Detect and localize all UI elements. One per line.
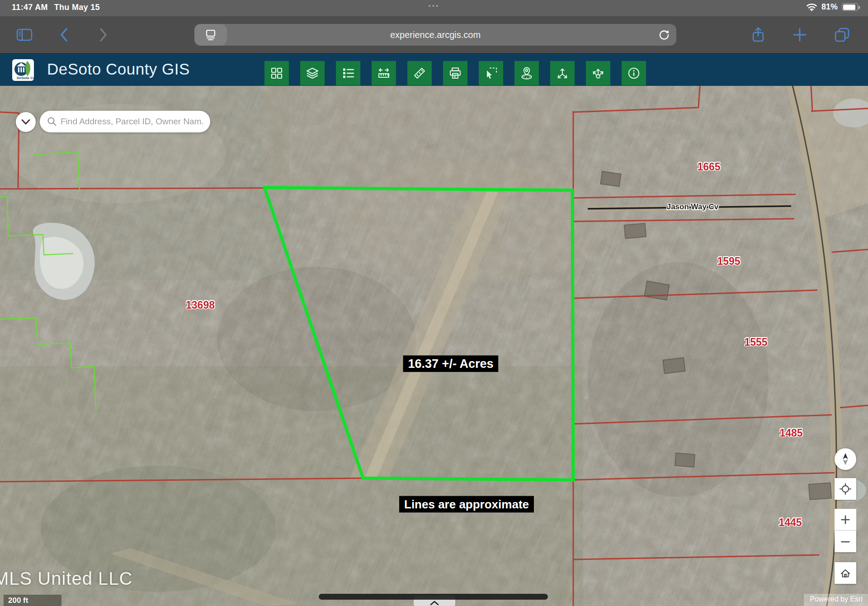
- refresh-button[interactable]: [658, 24, 670, 46]
- chevron-up-icon: [429, 600, 440, 606]
- apps-grid-icon: [270, 66, 283, 80]
- refresh-icon: [658, 29, 670, 41]
- toolbar-button-apps[interactable]: [264, 61, 289, 85]
- parcel-label: 1595: [717, 255, 740, 268]
- toolbar-button-print[interactable]: [443, 61, 467, 85]
- search-box[interactable]: [40, 111, 210, 132]
- compass-button[interactable]: [835, 448, 856, 470]
- north-arrow-icon: [838, 451, 853, 467]
- multitasking-dots[interactable]: •••: [429, 2, 440, 9]
- zoom-in-button[interactable]: [835, 509, 856, 531]
- new-tab-button[interactable]: [792, 16, 807, 53]
- toolbar-button-measure-distance[interactable]: [372, 61, 396, 85]
- battery-percent: 81%: [821, 2, 838, 12]
- forward-icon: [99, 28, 108, 42]
- watermark: MLS United LLC: [0, 568, 132, 589]
- url-text: experience.arcgis.com: [194, 24, 676, 46]
- desoto-county-logo: DeSoto County: [12, 59, 34, 81]
- toolbar-button-legend[interactable]: [336, 61, 360, 85]
- browser-toolbar: experience.arcgis.com: [0, 16, 868, 53]
- home-button[interactable]: [835, 562, 856, 584]
- minus-icon: [838, 534, 853, 550]
- parcel-label: 13698: [186, 299, 215, 311]
- legend-icon: [341, 66, 355, 80]
- search-icon: [47, 117, 57, 127]
- toolbar-button-share-app[interactable]: [586, 61, 610, 85]
- back-icon: [60, 28, 69, 42]
- new-tab-icon: [792, 27, 807, 42]
- toolbar-button-info[interactable]: [622, 61, 646, 85]
- parcel-label: 1665: [697, 161, 720, 173]
- coordinates-icon: [556, 66, 569, 80]
- toolbar-button-measurement[interactable]: [407, 61, 432, 85]
- near-me-icon: [520, 66, 533, 80]
- parcel-label: 1555: [744, 336, 767, 348]
- app-header: DeSoto County DeSoto County GIS: [0, 53, 868, 86]
- parcel-label: 1485: [779, 427, 802, 439]
- search-input[interactable]: [61, 117, 203, 127]
- forward-button[interactable]: [99, 16, 108, 53]
- back-button[interactable]: [60, 16, 69, 53]
- scale-text: 200 ft: [8, 596, 28, 605]
- aerial-imagery: [0, 86, 868, 606]
- share-app-icon: [591, 66, 605, 80]
- select-icon: [484, 66, 498, 80]
- locate-button[interactable]: [835, 478, 856, 500]
- toolbar-button-coordinates[interactable]: [550, 61, 575, 85]
- battery-icon: [842, 3, 858, 11]
- tabs-icon: [834, 27, 851, 43]
- bottom-panel-handle[interactable]: [319, 594, 548, 600]
- home-icon: [838, 565, 853, 581]
- share-icon: [751, 27, 765, 43]
- info-icon: [627, 66, 641, 80]
- measurement-icon: [413, 66, 426, 80]
- plus-icon: [838, 512, 853, 527]
- attribution: Powered by Esri: [804, 594, 868, 606]
- acreage-annotation: 16.37 +/- Acres: [403, 356, 499, 372]
- clock: 11:47 AM: [12, 3, 48, 12]
- sidebar-icon: [16, 28, 33, 42]
- date: Thu May 15: [54, 3, 100, 12]
- search-collapse-button[interactable]: [16, 112, 36, 132]
- gis-toolbar: [264, 61, 646, 85]
- print-icon: [448, 66, 462, 80]
- address-bar[interactable]: experience.arcgis.com: [194, 24, 676, 46]
- status-bar: 11:47 AMThu May 15 ••• 81%: [0, 0, 868, 16]
- zoom-out-button[interactable]: [835, 531, 856, 552]
- toolbar-button-layers[interactable]: [300, 61, 325, 85]
- tabs-button[interactable]: [834, 16, 851, 53]
- map-canvas[interactable]: 13698 1665 1595 1555 1485 1445 Jason Way…: [0, 86, 868, 606]
- disclaimer-annotation: Lines are approximate: [399, 496, 534, 513]
- road-label: Jason Way Cv: [667, 202, 719, 211]
- measure-distance-icon: [377, 66, 391, 80]
- app-title: DeSoto County GIS: [47, 60, 190, 78]
- parcel-label: 1445: [778, 517, 802, 529]
- ipad-screen: 11:47 AMThu May 15 ••• 81%: [0, 0, 868, 606]
- share-button[interactable]: [751, 16, 765, 53]
- locate-icon: [838, 481, 853, 497]
- chevron-down-icon: [21, 119, 31, 125]
- toolbar-button-select[interactable]: [479, 61, 503, 85]
- sidebar-button[interactable]: [16, 16, 33, 53]
- toolbar-button-near-me[interactable]: [514, 61, 539, 85]
- scale-bar: 200 ft: [4, 595, 61, 606]
- wifi-icon: [806, 3, 817, 11]
- status-time-date: 11:47 AMThu May 15: [12, 3, 100, 12]
- layers-icon: [306, 66, 319, 80]
- logo-text: DeSoto County: [17, 76, 34, 80]
